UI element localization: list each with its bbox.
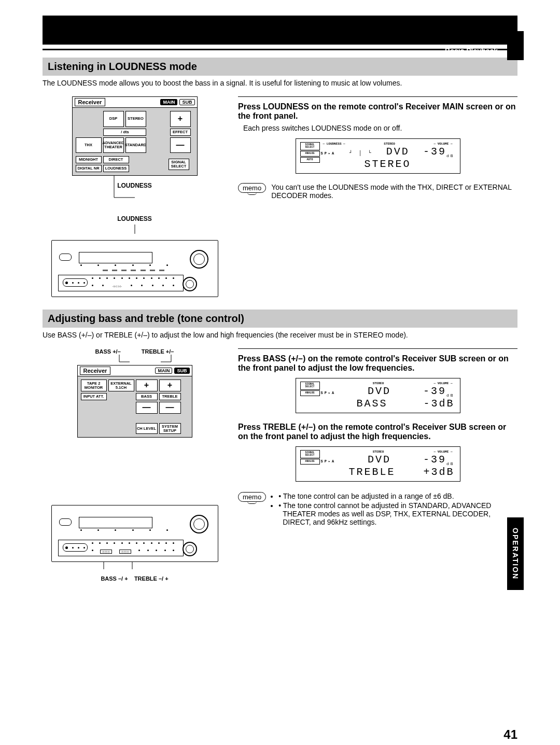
remote-main: Receiver MAIN SUB DSP STEREO + — [72, 96, 198, 176]
treble-minus-button[interactable]: — — [159, 402, 181, 414]
panel-treble-label: TREBLE –/ + — [134, 575, 169, 582]
side-tab-operation: OPERATION — [507, 517, 524, 590]
treble-label: TREBLE +/– — [142, 348, 174, 355]
front-panel-2: ◁◁ ▷▷◁◁ ▷▷ — [51, 505, 218, 562]
ch-level-button[interactable]: CH LEVEL — [136, 423, 158, 434]
section2-intro: Use BASS (+/–) or TREBLE (+/–) to adjust… — [43, 331, 517, 339]
section1-title: Listening in LOUDNESS mode — [43, 58, 517, 76]
treble-label-button[interactable]: TREBLE — [159, 393, 181, 400]
system-setup-button[interactable]: SYSTEM SETUP — [159, 423, 181, 434]
digital-nr-button[interactable]: DIGITAL NR — [76, 165, 102, 172]
plus-button[interactable]: + — [170, 111, 191, 127]
bass-label-button[interactable]: BASS — [136, 393, 158, 400]
adv-theater-button[interactable]: ADVANCED THEATER — [103, 137, 124, 153]
minus-button[interactable]: — — [170, 137, 191, 153]
memo-text-2: • The tone control can be adjusted in a … — [271, 492, 517, 527]
treble-step-title: Press TREBLE (+/–) on the remote control… — [238, 423, 517, 441]
remote-title-2: Receiver — [80, 367, 111, 375]
bass-step-title: Press BASS (+/–) on the remote control's… — [238, 354, 517, 373]
section1-intro: The LOUDNESS mode allows you to boost th… — [43, 79, 517, 87]
loudness-button[interactable]: LOUDNESS — [103, 165, 129, 172]
display-loudness: SIGNAL SELECT ANALOG AUTO — LOUDNESS — S… — [296, 138, 460, 174]
remote-sub: Receiver MAIN SUB TAPE 2 MONITOR EXTERNA… — [77, 365, 192, 438]
dd-dts-button[interactable]: / dts — [103, 129, 146, 136]
tab-sub-2[interactable]: SUB — [174, 368, 189, 374]
header-category: Basic Playback — [445, 47, 498, 55]
loudness-callout-panel: LOUDNESS — [43, 215, 227, 222]
remote-title: Receiver — [75, 98, 106, 106]
panel-bass-label: BASS –/ + — [101, 575, 128, 582]
display-treble: SIGNAL SELECT ANALOG STEREO— VOLUME — SP… — [296, 446, 460, 482]
memo-text-1: You can't use the LOUDNESS mode with the… — [271, 183, 517, 200]
memo-badge: memo — [238, 183, 266, 193]
signal-select-button[interactable]: SIGNAL SELECT — [169, 159, 189, 170]
bass-label: BASS +/– — [95, 348, 121, 355]
bass-plus-button[interactable]: + — [136, 379, 158, 391]
ext51-button[interactable]: EXTERNAL 5.1CH — [108, 379, 134, 391]
loudness-step-title: Press LOUDNESS on the remote control's R… — [238, 102, 517, 121]
effect-button[interactable]: EFFECT — [170, 129, 191, 136]
standard-button[interactable]: STANDARD — [125, 137, 146, 153]
page-number: 41 — [503, 727, 517, 742]
tab-sub[interactable]: SUB — [179, 99, 194, 105]
loudness-step-sub: Each press switches LOUDNESS mode on or … — [243, 124, 517, 132]
tab-main-2[interactable]: MAIN — [155, 368, 172, 374]
input-att-button[interactable]: INPUT ATT. — [81, 393, 107, 400]
treble-plus-button[interactable]: + — [159, 379, 181, 391]
stereo-button[interactable]: STEREO — [125, 111, 146, 127]
dsp-button[interactable]: DSP — [103, 111, 124, 127]
loudness-callout-remote: LOUDNESS — [43, 182, 227, 189]
midnight-button[interactable]: MIDNIGHT — [76, 156, 102, 163]
thx-button[interactable]: THX — [76, 137, 102, 153]
direct-button[interactable]: DIRECT — [103, 156, 129, 163]
tab-main[interactable]: MAIN — [160, 99, 177, 105]
bass-minus-button[interactable]: — — [136, 402, 158, 414]
section2-title: Adjusting bass and treble (tone control) — [43, 310, 517, 328]
display-bass: SIGNAL SELECT ANALOG STEREO— VOLUME — SP… — [296, 378, 460, 413]
memo-badge-2: memo — [238, 492, 266, 502]
front-panel-1: ◁◁ ▷▷ — [51, 240, 218, 297]
tape2-button[interactable]: TAPE 2 MONITOR — [81, 379, 107, 391]
